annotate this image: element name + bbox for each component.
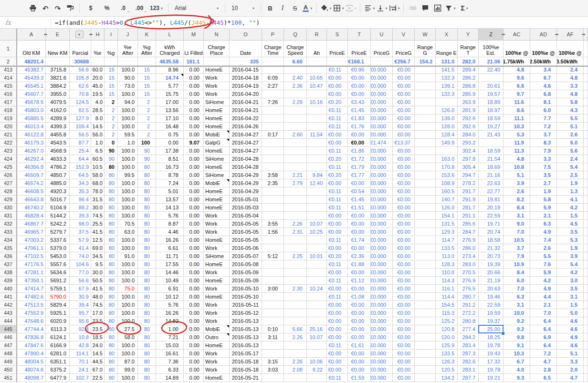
cell-L423[interactable]: 17.38 [156, 147, 184, 155]
cell-U428[interactable]: €0.000 [371, 187, 393, 196]
cell-V432[interactable]: €0.00 [393, 220, 415, 228]
cell-J440[interactable]: 75.0 [118, 285, 138, 293]
cell-V437[interactable]: €0.00 [393, 260, 415, 269]
column-header-I[interactable]: I [105, 29, 118, 41]
cell-H425[interactable]: 10.5 [91, 163, 105, 171]
cell-H440[interactable]: 41.5 [91, 285, 105, 293]
cell-Z448[interactable]: 19.43 [479, 350, 504, 358]
cell-F427[interactable]: 34.3 [70, 179, 91, 187]
cell-K414[interactable]: 15 [138, 74, 156, 82]
cell-Y443[interactable]: 272.2 [458, 309, 479, 317]
cell-A413[interactable]: 45382.7 [17, 66, 46, 74]
cell-T440[interactable]: €0.00 [348, 285, 371, 293]
cell-K415[interactable]: 15 [138, 82, 156, 90]
cell-A451[interactable]: 48098.7 [17, 374, 46, 382]
cell-U421[interactable]: €0.000 [371, 131, 393, 139]
cell-Y425[interactable]: 305.4 [458, 163, 479, 171]
cell-U417[interactable]: €0.000 [371, 98, 393, 106]
cell-A416[interactable]: 45607.7 [17, 90, 46, 98]
cell-W451[interactable] [415, 374, 436, 382]
cell-Q449[interactable]: 2.26 [284, 358, 307, 366]
cell-F432[interactable]: 98.0 [70, 220, 91, 228]
cell-R420[interactable] [307, 123, 327, 131]
cell-N433[interactable]: Work [204, 228, 230, 236]
cell-U433[interactable]: €0.000 [371, 228, 393, 236]
cell-O451[interactable]: 2016-05-21 [230, 374, 262, 382]
cell-J423[interactable]: 100.0 [118, 147, 138, 155]
cell-E448[interactable]: 6281.0 [46, 350, 70, 358]
cell-I420[interactable]: 2 [105, 123, 118, 131]
cell-AF446[interactable]: 4.9 [557, 333, 584, 342]
cell-W413[interactable] [415, 66, 436, 74]
cell-H444[interactable]: 23.5 [91, 317, 105, 325]
cell-J422[interactable]: 1.0 [118, 139, 138, 147]
cell-U435[interactable]: €0.000 [371, 244, 393, 252]
column-title-H[interactable]: %e [91, 41, 105, 57]
cell-V426[interactable]: €0.00 [393, 171, 415, 179]
cell-F423[interactable]: 25.4 [70, 147, 91, 155]
cell-AF443[interactable]: 5.0 [557, 309, 584, 317]
cell-Z438[interactable]: 20.66 [479, 269, 504, 277]
cell-F441[interactable]: 30.9 [70, 293, 91, 301]
cell-T436[interactable]: €2.36 [348, 252, 371, 260]
row-header[interactable]: 420 [0, 123, 17, 131]
column-header-S[interactable]: S [327, 29, 348, 41]
cell-Z427[interactable]: 22.63 [479, 179, 504, 187]
cell-AF447[interactable]: 4.6 [557, 342, 584, 350]
cell-AC429[interactable]: 8.2 [504, 196, 530, 204]
cell-I431[interactable]: 80 [105, 212, 118, 220]
cell-P422[interactable] [262, 139, 284, 147]
cell-AC435[interactable]: 3.7 [504, 244, 530, 252]
cell-H427[interactable]: 68.0 [91, 179, 105, 187]
undo-button[interactable]: ↶ [40, 2, 51, 14]
cell-A441[interactable]: 47482.6 [17, 293, 46, 301]
cell-O425[interactable]: 2016-04-28 [230, 163, 262, 171]
cell-AD430[interactable]: 5.9 [530, 204, 557, 212]
cell-T435[interactable]: €0.00 [348, 244, 371, 252]
row-header[interactable]: 438 [0, 269, 17, 277]
cell-M434[interactable]: 0.00 [184, 236, 204, 244]
cell-Z416[interactable]: 19.57 [479, 90, 504, 98]
column-header-U[interactable]: U [371, 29, 393, 41]
cell-R448[interactable] [307, 350, 327, 358]
cell[interactable] [584, 163, 588, 171]
cell-U436[interactable]: €0.000 [371, 252, 393, 260]
cell-Z447[interactable]: 19.78 [479, 342, 504, 350]
cell-H450[interactable]: 67.0 [91, 366, 105, 374]
cell-AF421[interactable]: 2.6 [557, 131, 584, 139]
cell-X431[interactable]: 154.1 [436, 212, 458, 220]
cell-AF442[interactable]: 1.5 [557, 301, 584, 309]
cell-H428[interactable]: 78.0 [91, 187, 105, 196]
cell[interactable] [584, 131, 588, 139]
cell-O434[interactable]: 2016-05-05 [230, 236, 262, 244]
cell-X430[interactable]: 126.0 [436, 204, 458, 212]
cell-Q443[interactable] [284, 309, 307, 317]
cell-S424[interactable]: €0.20 [327, 155, 348, 163]
cell-R449[interactable]: 10.06 [307, 358, 327, 366]
cell-I415[interactable]: 15 [105, 82, 118, 90]
cell-AF438[interactable]: 4.2 [557, 269, 584, 277]
totals-cell-N[interactable] [204, 57, 230, 66]
cell-AD435[interactable]: 2.6 [530, 244, 557, 252]
cell-AC419[interactable]: 11.1 [504, 114, 530, 123]
cell-P446[interactable]: 3:11 [262, 333, 284, 342]
cell-E421[interactable]: 4455.8 [46, 131, 70, 139]
print-button[interactable] [27, 2, 39, 14]
cell[interactable] [584, 333, 588, 342]
cell-AF437[interactable]: 5.4 [557, 260, 584, 269]
cell-U440[interactable]: €0.000 [371, 285, 393, 293]
cell-X416[interactable]: 132.3 [436, 90, 458, 98]
cell-K434[interactable]: 80 [138, 236, 156, 244]
cell-O435[interactable]: 2016-05-06 [230, 244, 262, 252]
cell-P429[interactable] [262, 196, 284, 204]
cell-X443[interactable]: 115.3 [436, 309, 458, 317]
cell[interactable] [584, 204, 588, 212]
italic-button[interactable]: I [277, 2, 288, 14]
hidden-columns-right-icon[interactable]: ▸ [504, 32, 505, 37]
row-header[interactable]: 415 [0, 82, 17, 90]
hidden-columns-left-icon[interactable]: ◂ [89, 32, 91, 37]
cell-R435[interactable] [307, 244, 327, 252]
cell-M415[interactable]: 0.00 [184, 82, 204, 90]
cell-AC417[interactable]: 11.6 [504, 98, 530, 106]
cell-I423[interactable]: 90 [105, 147, 118, 155]
